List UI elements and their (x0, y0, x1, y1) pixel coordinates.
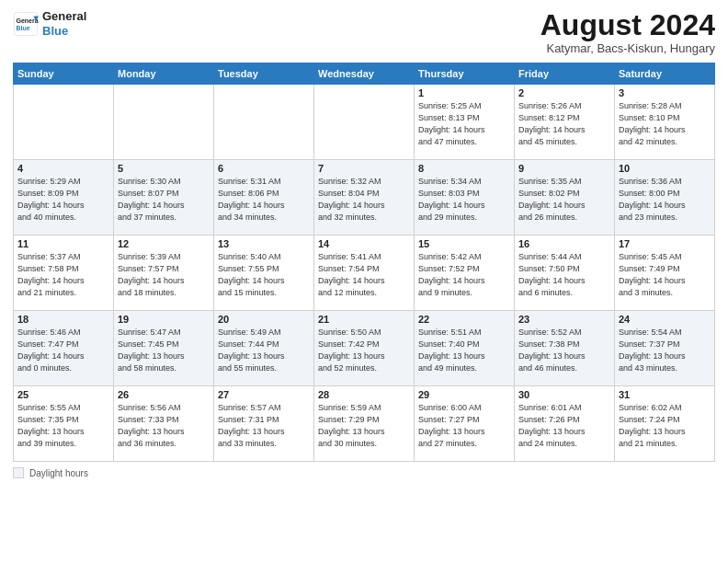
title-area: August 2024 Katymar, Bacs-Kiskun, Hungar… (540, 9, 715, 55)
calendar-day-cell: 18Sunrise: 5:46 AM Sunset: 7:47 PM Dayli… (14, 311, 114, 386)
calendar-day-cell: 1Sunrise: 5:25 AM Sunset: 8:13 PM Daylig… (415, 85, 515, 160)
day-info: Sunrise: 5:30 AM Sunset: 8:07 PM Dayligh… (118, 176, 210, 224)
calendar-header-row: Sunday Monday Tuesday Wednesday Thursday… (14, 63, 715, 85)
day-info: Sunrise: 5:41 AM Sunset: 7:54 PM Dayligh… (318, 251, 410, 299)
col-sunday: Sunday (14, 63, 114, 85)
day-number: 19 (118, 314, 210, 325)
day-number: 24 (619, 314, 711, 325)
svg-rect-0 (14, 12, 37, 35)
day-info: Sunrise: 5:34 AM Sunset: 8:03 PM Dayligh… (418, 176, 510, 224)
day-info: Sunrise: 5:54 AM Sunset: 7:37 PM Dayligh… (619, 327, 711, 374)
month-year-title: August 2024 (540, 9, 715, 41)
day-info: Sunrise: 5:57 AM Sunset: 7:31 PM Dayligh… (218, 402, 310, 450)
day-info: Sunrise: 5:55 AM Sunset: 7:35 PM Dayligh… (17, 402, 109, 450)
calendar-day-cell: 27Sunrise: 5:57 AM Sunset: 7:31 PM Dayli… (214, 386, 314, 462)
day-number: 29 (418, 389, 510, 400)
day-number: 31 (619, 389, 711, 400)
page: General Blue General Blue August 2024 Ka… (0, 0, 728, 563)
location-subtitle: Katymar, Bacs-Kiskun, Hungary (540, 41, 715, 55)
day-info: Sunrise: 5:56 AM Sunset: 7:33 PM Dayligh… (118, 402, 210, 450)
day-number: 15 (418, 238, 510, 249)
header: General Blue General Blue August 2024 Ka… (13, 9, 715, 55)
calendar-day-cell: 25Sunrise: 5:55 AM Sunset: 7:35 PM Dayli… (14, 386, 114, 462)
day-info: Sunrise: 5:31 AM Sunset: 8:06 PM Dayligh… (218, 176, 310, 224)
svg-text:Blue: Blue (17, 25, 30, 31)
day-info: Sunrise: 5:50 AM Sunset: 7:42 PM Dayligh… (318, 327, 410, 374)
day-number: 27 (218, 389, 310, 400)
calendar-day-cell: 3Sunrise: 5:28 AM Sunset: 8:10 PM Daylig… (615, 85, 715, 160)
footer-note: Daylight hours (13, 467, 715, 478)
daylight-label: Daylight hours (29, 468, 88, 478)
calendar-day-cell: 28Sunrise: 5:59 AM Sunset: 7:29 PM Dayli… (314, 386, 415, 462)
day-info: Sunrise: 5:36 AM Sunset: 8:00 PM Dayligh… (619, 176, 711, 224)
day-number: 25 (17, 389, 109, 400)
day-number: 28 (318, 389, 410, 400)
calendar-week-5: 25Sunrise: 5:55 AM Sunset: 7:35 PM Dayli… (14, 386, 715, 462)
calendar-day-cell: 14Sunrise: 5:41 AM Sunset: 7:54 PM Dayli… (314, 236, 415, 311)
calendar-day-cell: 31Sunrise: 6:02 AM Sunset: 7:24 PM Dayli… (615, 386, 715, 462)
day-number: 6 (218, 163, 310, 174)
calendar-week-2: 4Sunrise: 5:29 AM Sunset: 8:09 PM Daylig… (14, 160, 715, 236)
day-info: Sunrise: 5:25 AM Sunset: 8:13 PM Dayligh… (418, 100, 510, 148)
day-info: Sunrise: 5:35 AM Sunset: 8:02 PM Dayligh… (518, 176, 610, 224)
calendar-day-cell: 26Sunrise: 5:56 AM Sunset: 7:33 PM Dayli… (114, 386, 214, 462)
calendar-day-cell: 29Sunrise: 6:00 AM Sunset: 7:27 PM Dayli… (415, 386, 515, 462)
day-number: 22 (418, 314, 510, 325)
day-info: Sunrise: 5:52 AM Sunset: 7:38 PM Dayligh… (518, 327, 610, 374)
calendar-day-cell: 7Sunrise: 5:32 AM Sunset: 8:04 PM Daylig… (314, 160, 415, 236)
calendar-day-cell: 2Sunrise: 5:26 AM Sunset: 8:12 PM Daylig… (515, 85, 615, 160)
day-number: 9 (518, 163, 610, 174)
day-number: 11 (17, 238, 109, 249)
daylight-legend-box (13, 467, 24, 478)
calendar-day-cell: 4Sunrise: 5:29 AM Sunset: 8:09 PM Daylig… (14, 160, 114, 236)
day-number: 8 (418, 163, 510, 174)
day-info: Sunrise: 5:28 AM Sunset: 8:10 PM Dayligh… (619, 100, 711, 148)
calendar-day-cell: 12Sunrise: 5:39 AM Sunset: 7:57 PM Dayli… (114, 236, 214, 311)
calendar-day-cell: 23Sunrise: 5:52 AM Sunset: 7:38 PM Dayli… (515, 311, 615, 386)
calendar-day-cell (214, 85, 314, 160)
day-number: 12 (118, 238, 210, 249)
day-info: Sunrise: 5:45 AM Sunset: 7:49 PM Dayligh… (619, 251, 711, 299)
day-number: 5 (118, 163, 210, 174)
day-info: Sunrise: 5:32 AM Sunset: 8:04 PM Dayligh… (318, 176, 410, 224)
calendar-day-cell: 11Sunrise: 5:37 AM Sunset: 7:58 PM Dayli… (14, 236, 114, 311)
day-info: Sunrise: 5:51 AM Sunset: 7:40 PM Dayligh… (418, 327, 510, 374)
calendar-day-cell: 30Sunrise: 6:01 AM Sunset: 7:26 PM Dayli… (515, 386, 615, 462)
day-number: 4 (17, 163, 109, 174)
day-info: Sunrise: 6:01 AM Sunset: 7:26 PM Dayligh… (518, 402, 610, 450)
day-number: 16 (518, 238, 610, 249)
col-saturday: Saturday (615, 63, 715, 85)
calendar-day-cell: 8Sunrise: 5:34 AM Sunset: 8:03 PM Daylig… (415, 160, 515, 236)
day-info: Sunrise: 5:46 AM Sunset: 7:47 PM Dayligh… (17, 327, 109, 374)
day-number: 13 (218, 238, 310, 249)
calendar-day-cell: 16Sunrise: 5:44 AM Sunset: 7:50 PM Dayli… (515, 236, 615, 311)
col-tuesday: Tuesday (214, 63, 314, 85)
day-info: Sunrise: 5:47 AM Sunset: 7:45 PM Dayligh… (118, 327, 210, 374)
day-number: 30 (518, 389, 610, 400)
col-friday: Friday (515, 63, 615, 85)
day-number: 23 (518, 314, 610, 325)
col-monday: Monday (114, 63, 214, 85)
calendar-day-cell: 10Sunrise: 5:36 AM Sunset: 8:00 PM Dayli… (615, 160, 715, 236)
day-info: Sunrise: 5:42 AM Sunset: 7:52 PM Dayligh… (418, 251, 510, 299)
calendar-week-3: 11Sunrise: 5:37 AM Sunset: 7:58 PM Dayli… (14, 236, 715, 311)
logo: General Blue General Blue (13, 9, 86, 38)
logo-icon: General Blue (13, 11, 39, 37)
day-info: Sunrise: 5:40 AM Sunset: 7:55 PM Dayligh… (218, 251, 310, 299)
day-number: 7 (318, 163, 410, 174)
col-wednesday: Wednesday (314, 63, 415, 85)
day-number: 1 (418, 87, 510, 98)
day-number: 18 (17, 314, 109, 325)
day-number: 17 (619, 238, 711, 249)
day-number: 3 (619, 87, 711, 98)
calendar-day-cell (14, 85, 114, 160)
col-thursday: Thursday (415, 63, 515, 85)
day-info: Sunrise: 5:26 AM Sunset: 8:12 PM Dayligh… (518, 100, 610, 148)
calendar-week-1: 1Sunrise: 5:25 AM Sunset: 8:13 PM Daylig… (14, 85, 715, 160)
logo-general: General (42, 9, 86, 24)
day-info: Sunrise: 5:44 AM Sunset: 7:50 PM Dayligh… (518, 251, 610, 299)
day-number: 21 (318, 314, 410, 325)
calendar-table: Sunday Monday Tuesday Wednesday Thursday… (13, 63, 715, 462)
day-info: Sunrise: 5:29 AM Sunset: 8:09 PM Dayligh… (17, 176, 109, 224)
day-number: 26 (118, 389, 210, 400)
